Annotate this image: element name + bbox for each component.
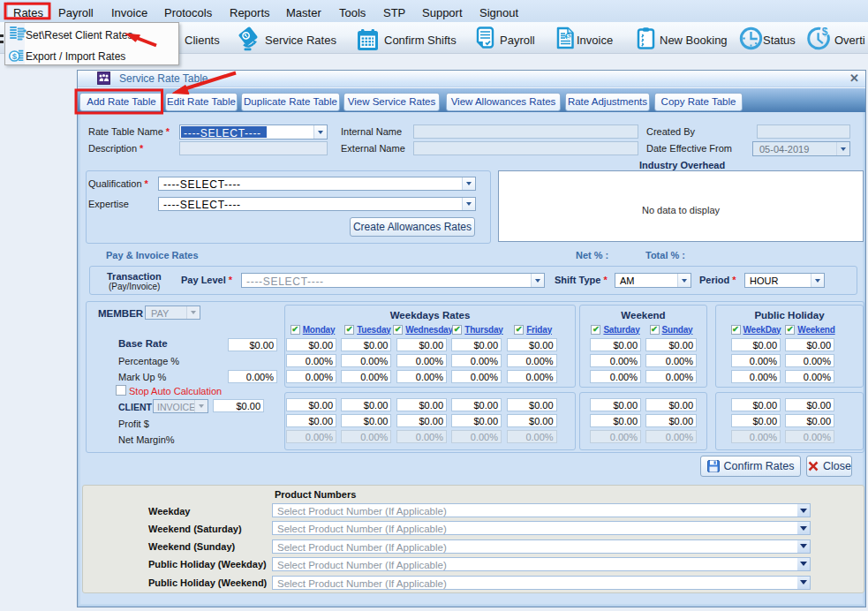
svg-text:$: $ [12,51,18,61]
svg-text:$: $ [822,26,828,38]
